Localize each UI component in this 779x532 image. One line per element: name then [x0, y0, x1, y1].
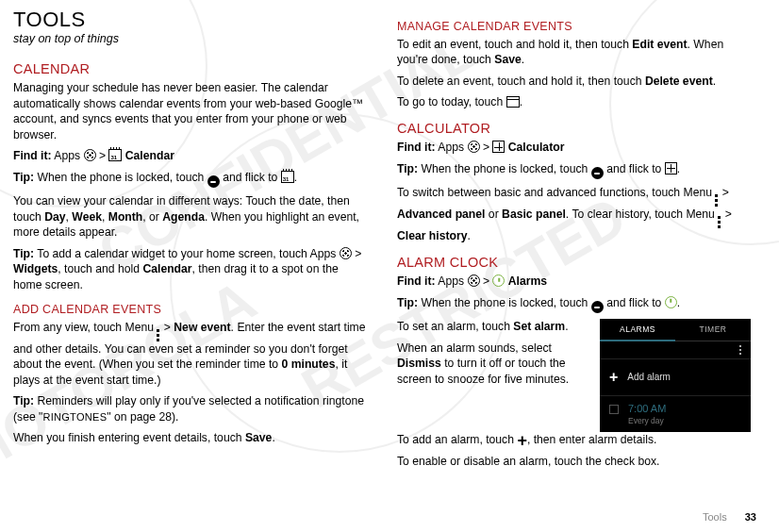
enable-alarm: To enable or disable an alarm, touch the… [397, 454, 751, 469]
save-event: When you finish entering event details, … [13, 430, 367, 445]
add-alarm-row[interactable]: + Add alarm [600, 359, 751, 396]
findit-alarms: Find it: Apps > Alarms [397, 274, 751, 289]
alarm-row[interactable]: 7:00 AM Every day [600, 396, 751, 432]
alarm-time: 7:00 AM [628, 402, 666, 416]
today-icon [506, 96, 520, 108]
tab-alarms[interactable]: ALARMS [600, 319, 675, 341]
apps-icon [84, 149, 96, 161]
delete-event: To delete an event, touch and hold it, t… [397, 74, 751, 89]
alarm-repeat: Every day [628, 416, 666, 426]
page-title: Tools [13, 9, 367, 30]
calculator-icon [665, 162, 677, 175]
menu-icon [157, 329, 160, 341]
calendar-views: You can view your calendar in different … [13, 193, 367, 240]
section-calendar: Calendar [13, 60, 367, 79]
section-calculator: Calculator [397, 120, 751, 139]
tip-lock-calc: Tip: When the phone is locked, touch and… [397, 161, 751, 180]
overflow-menu-icon[interactable] [739, 343, 741, 357]
calendar-intro: Managing your schedule has never been ea… [13, 80, 367, 142]
tip-ringtone: Tip: Reminders will play only if you've … [13, 393, 367, 424]
calendar-icon [281, 171, 294, 183]
page-number: 33 [745, 511, 756, 523]
findit-calendar: Find it: Apps > Calendar [13, 148, 367, 163]
section-manage-events: Manage calendar events [397, 19, 751, 35]
calc-switch: To switch between basic and advanced fun… [397, 185, 751, 243]
tagline: stay on top of things [13, 31, 367, 47]
tip-widget: Tip: To add a calendar widget to your ho… [13, 246, 367, 292]
add-event-body: From any view, touch Menu > New event. E… [13, 320, 367, 388]
goto-today: To go to today, touch . [397, 94, 751, 109]
calculator-icon [492, 141, 505, 153]
clock-icon [665, 296, 677, 308]
lock-icon [591, 167, 604, 179]
apps-icon [468, 141, 480, 153]
tip-lock-calendar: Tip: When the phone is locked, touch and… [13, 170, 367, 189]
tab-timer[interactable]: TIMER [675, 319, 751, 341]
lock-icon [207, 175, 220, 188]
menu-icon [718, 216, 721, 228]
alarms-screenshot: ALARMS TIMER + Add alarm 7:00 AM Every d… [600, 319, 751, 432]
apps-icon [340, 247, 352, 259]
footer: Tools 33 [703, 510, 756, 524]
plus-icon: + [517, 436, 527, 446]
menu-icon [715, 194, 719, 207]
plus-icon: + [609, 367, 618, 388]
alarm-checkbox[interactable] [609, 405, 619, 414]
calendar-icon [108, 149, 122, 161]
clock-icon [492, 274, 505, 287]
lock-icon [591, 301, 604, 313]
apps-icon [468, 274, 480, 287]
findit-calculator: Find it: Apps > Calculator [397, 140, 751, 155]
edit-event: To edit an event, touch and hold it, the… [397, 37, 751, 68]
section-alarm: Alarm clock [397, 254, 751, 273]
add-alarm: To add an alarm, touch +, then enter ala… [397, 432, 751, 447]
tip-lock-alarm: Tip: When the phone is locked, touch and… [397, 295, 751, 314]
section-add-events: Add calendar events [13, 302, 367, 318]
